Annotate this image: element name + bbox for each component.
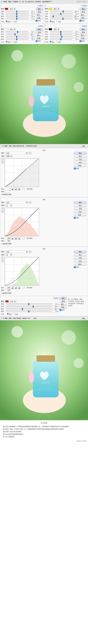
slider-track[interactable] [6, 38, 28, 40]
show-clipping-checkbox[interactable]: 显示修剪 [21, 287, 33, 289]
平滑-button[interactable]: 平滑 [74, 208, 87, 210]
absolute-radio[interactable]: 绝对 [12, 20, 17, 23]
pencil-tool-icon[interactable]: ✎ [1, 260, 4, 262]
取消-button[interactable]: 取消 [36, 11, 43, 13]
preview-checkbox[interactable]: 预览 [36, 40, 43, 42]
pencil-tool-icon[interactable]: ✎ [1, 161, 4, 164]
eyedropper-gray-icon[interactable]: ◢ [14, 286, 17, 289]
slider-track[interactable] [50, 13, 72, 15]
自动-button[interactable]: 自动 [74, 210, 87, 213]
eyedropper-gray-icon[interactable]: ◢ [14, 237, 17, 240]
preview-checkbox[interactable]: 预览 [59, 309, 67, 311]
output-field[interactable] [5, 289, 10, 291]
slider-value[interactable] [52, 306, 57, 308]
复位-button[interactable]: 复位 [74, 204, 87, 207]
选项…-button[interactable]: 选项… [74, 214, 87, 216]
output-field[interactable] [5, 190, 10, 192]
存储…-button[interactable]: 存储… [36, 37, 43, 40]
slider-value[interactable] [72, 13, 77, 15]
slider-value[interactable] [28, 10, 33, 12]
slider-track[interactable] [50, 16, 72, 17]
载入…-button[interactable]: 载入… [79, 34, 87, 37]
载入…-button[interactable]: 载入… [79, 14, 87, 16]
载入…-button[interactable]: 载入… [59, 303, 67, 306]
确定-button[interactable]: 确定 [79, 28, 87, 31]
ok-button[interactable]: 确定 [81, 145, 87, 147]
复位-button[interactable]: 复位 [74, 155, 87, 158]
channel-select[interactable]: 绿 [5, 254, 12, 256]
确定-button[interactable]: 确定 [74, 250, 87, 253]
channel-select[interactable]: RGB [5, 155, 13, 157]
preview-checkbox[interactable]: 预览 [79, 40, 87, 42]
slider-track[interactable] [50, 18, 72, 20]
curve-graph[interactable] [5, 208, 39, 236]
relative-radio[interactable]: 相对 [6, 41, 11, 43]
eyedropper-white-icon[interactable]: ◢ [18, 188, 21, 190]
确定-button[interactable]: 确定 [74, 201, 87, 204]
slider-track[interactable] [50, 11, 72, 12]
eyedropper-gray-icon[interactable]: ◢ [14, 188, 17, 190]
slider-track[interactable] [6, 13, 28, 15]
curve-tool-icon[interactable]: 〰 [1, 256, 4, 259]
slider-track[interactable] [6, 16, 28, 17]
show-clipping-checkbox[interactable]: 显示修剪 [21, 238, 33, 240]
slider-track[interactable] [6, 310, 52, 312]
curve-tool-icon[interactable]: 〰 [1, 158, 4, 160]
absolute-radio[interactable]: 绝对 [12, 41, 17, 43]
slider-track[interactable] [50, 38, 72, 40]
slider-value[interactable] [28, 38, 33, 40]
取消-button[interactable]: 取消 [79, 31, 87, 34]
确定-button[interactable]: 确定 [74, 152, 87, 154]
slider-value[interactable] [52, 303, 57, 305]
preview-checkbox[interactable]: 预览 [74, 168, 87, 170]
color-select[interactable]: 红色 [9, 300, 16, 302]
channel-select[interactable]: 红 [5, 204, 12, 206]
slider-value[interactable] [52, 310, 57, 312]
slider-track[interactable] [6, 308, 52, 310]
input-field[interactable] [5, 238, 10, 240]
slider-track[interactable] [6, 31, 28, 33]
preview-checkbox[interactable]: 预览 [74, 217, 87, 219]
slider-value[interactable] [28, 33, 33, 35]
存储…-button[interactable]: 存储… [79, 37, 87, 40]
slider-value[interactable] [72, 36, 77, 38]
ok-button[interactable]: 确定 [81, 317, 87, 320]
slider-value[interactable] [72, 33, 77, 35]
slider-track[interactable] [50, 36, 72, 38]
absolute-radio[interactable]: 绝对 [56, 20, 61, 23]
slider-value[interactable] [28, 36, 33, 38]
slider-value[interactable] [72, 18, 77, 20]
preset-select[interactable]: 自定 [5, 251, 28, 253]
menu-icon[interactable]: ≡ [29, 152, 32, 154]
curve-graph[interactable] [5, 158, 39, 187]
menu-icon[interactable]: ≡ [29, 250, 32, 253]
color-select[interactable]: 白色 [9, 28, 16, 30]
slider-value[interactable] [52, 308, 57, 310]
relative-radio[interactable]: 相对 [7, 313, 12, 315]
menu-icon[interactable]: ≡ [29, 201, 32, 204]
slider-value[interactable] [72, 38, 77, 40]
preset-select[interactable]: 自定 [5, 201, 28, 204]
color-select[interactable]: 黄色 [52, 8, 60, 10]
pencil-tool-icon[interactable]: ✎ [1, 210, 4, 213]
slider-value[interactable] [28, 16, 33, 18]
curve-display-options[interactable]: ⊕ 曲线显示选项 [1, 292, 12, 294]
slider-value[interactable] [28, 31, 33, 33]
slider-value[interactable] [72, 31, 77, 33]
color-select[interactable]: 红色 [9, 8, 16, 10]
curve-display-options[interactable]: ⊕ 曲线显示选项 [1, 194, 12, 196]
取消-button[interactable]: 取消 [59, 300, 67, 302]
自动-button[interactable]: 自动 [74, 161, 87, 164]
slider-value[interactable] [72, 16, 77, 18]
absolute-radio[interactable]: 绝对 [13, 313, 18, 315]
slider-track[interactable] [6, 306, 52, 308]
eyedropper-black-icon[interactable]: ◢ [11, 237, 14, 240]
absolute-radio[interactable]: 绝对 [56, 41, 61, 43]
curve-graph[interactable] [5, 257, 39, 286]
slider-track[interactable] [6, 18, 28, 20]
preview-checkbox[interactable]: 预览 [79, 20, 87, 22]
确定-button[interactable]: 确定 [79, 8, 87, 10]
slider-value[interactable] [72, 10, 77, 12]
show-clipping-checkbox[interactable]: 显示修剪 [21, 188, 33, 190]
取消-button[interactable]: 取消 [79, 11, 87, 13]
